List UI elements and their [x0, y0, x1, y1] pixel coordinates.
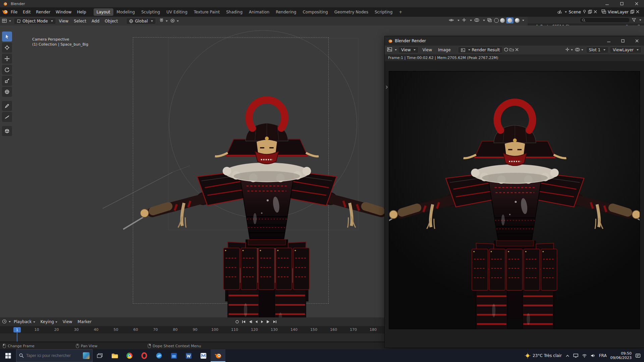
shading-wireframe-icon[interactable] — [494, 18, 499, 23]
image-editor-caret-icon[interactable] — [395, 49, 397, 51]
timeline-menu-playback[interactable]: Playback — [11, 319, 38, 324]
tray-monitor-icon[interactable] — [573, 354, 578, 358]
workspace-tab-geometry-nodes[interactable]: Geometry Nodes — [331, 8, 371, 16]
language-indicator[interactable]: FRA — [599, 353, 607, 358]
shading-caret-icon[interactable] — [522, 20, 524, 21]
mode-selector[interactable]: Object Mode — [14, 18, 56, 24]
gizmo-icon[interactable] — [462, 18, 466, 23]
taskbar-clock[interactable]: 09:50 09/06/2023 — [610, 351, 632, 360]
render-gizmo-caret-icon[interactable] — [571, 49, 573, 51]
photos-app-button[interactable] — [166, 349, 181, 362]
overlays-icon[interactable] — [474, 18, 479, 23]
jump-to-start-icon[interactable] — [241, 320, 246, 324]
render-minimize-button[interactable] — [602, 36, 616, 46]
annotate-tool[interactable] — [2, 101, 12, 111]
scene-browse-caret-icon[interactable] — [565, 11, 567, 13]
edge-button[interactable] — [152, 349, 166, 362]
overlays-caret-icon[interactable] — [483, 20, 485, 21]
select-box-tool[interactable] — [2, 32, 12, 42]
task-view-button[interactable] — [93, 349, 107, 362]
chrome-button[interactable] — [122, 349, 137, 362]
blender-logo-icon[interactable] — [2, 9, 8, 15]
workspace-tab-modeling[interactable]: Modeling — [114, 8, 138, 16]
taskbar-search[interactable] — [16, 349, 93, 362]
snap-magnet-icon[interactable] — [159, 18, 164, 24]
render-overlays-caret-icon[interactable] — [581, 49, 583, 51]
workspace-tab-uv-editing[interactable]: UV Editing — [163, 8, 191, 16]
render-maximize-button[interactable] — [616, 36, 630, 46]
transform-tool[interactable] — [2, 87, 12, 97]
timeline-menu-view[interactable]: View — [60, 319, 74, 324]
filter-caret-icon[interactable] — [639, 19, 641, 21]
new-viewlayer-icon[interactable] — [630, 10, 634, 15]
close-button[interactable] — [629, 0, 644, 7]
maximize-button[interactable] — [614, 0, 629, 7]
render-menu-view[interactable]: View — [420, 48, 434, 52]
filter-funnel-icon[interactable] — [632, 18, 636, 23]
object-visibility-icon[interactable] — [449, 18, 454, 23]
render-result-window[interactable]: Blender Render View View Image Render Re… — [385, 36, 644, 348]
pin-icon[interactable] — [583, 10, 586, 15]
scene-icon[interactable] — [557, 9, 562, 15]
opera-button[interactable] — [137, 349, 152, 362]
display-mode-selector[interactable]: View — [398, 47, 419, 53]
region-expander-icon[interactable] — [385, 85, 388, 90]
snap-caret-icon[interactable] — [166, 20, 168, 22]
image-editor-icon[interactable] — [387, 47, 392, 53]
add-cube-tool[interactable] — [2, 126, 12, 136]
file-explorer-button[interactable] — [107, 349, 122, 362]
viewport-menu-object[interactable]: Object — [102, 19, 120, 23]
play-reverse-icon[interactable] — [254, 320, 258, 324]
proportional-edit-icon[interactable] — [170, 18, 175, 24]
viewport-menu-add[interactable]: Add — [89, 19, 102, 23]
speaker-icon[interactable] — [591, 354, 595, 358]
shading-material-active[interactable] — [506, 17, 514, 23]
shading-rendered-icon[interactable] — [515, 18, 520, 23]
outliner-search[interactable] — [580, 17, 630, 23]
xray-toggle-icon[interactable] — [487, 18, 492, 23]
workspace-tab-animation[interactable]: Animation — [246, 8, 272, 16]
menu-edit[interactable]: Edit — [20, 10, 33, 14]
render-slot-selector[interactable]: Slot 1 — [586, 47, 608, 53]
open-image-folder-icon[interactable] — [509, 48, 514, 52]
visibility-caret-icon[interactable] — [458, 20, 460, 21]
proportional-caret-icon[interactable] — [177, 20, 179, 22]
workspace-tab-sculpting[interactable]: Sculpting — [138, 8, 163, 16]
jump-to-end-icon[interactable] — [273, 320, 277, 324]
prev-keyframe-icon[interactable] — [248, 320, 252, 324]
weather-widget[interactable]: 23°C Très clair — [525, 353, 562, 359]
render-window-titlebar[interactable]: Blender Render — [385, 36, 644, 46]
render-close-button[interactable] — [630, 36, 644, 46]
word-button[interactable] — [181, 349, 196, 362]
editor-type-caret-icon[interactable] — [9, 20, 11, 22]
workspace-tab-compositing[interactable]: Compositing — [300, 8, 331, 16]
search-highlights-icon[interactable] — [83, 352, 90, 359]
new-scene-icon[interactable] — [588, 10, 592, 15]
shading-solid-icon[interactable] — [500, 18, 505, 23]
render-layer-selector[interactable]: ViewLayer — [610, 47, 642, 53]
outliner-search-input[interactable] — [587, 18, 624, 22]
menu-window[interactable]: Window — [53, 10, 74, 14]
gizmo-caret-icon[interactable] — [470, 20, 472, 21]
current-frame-indicator[interactable]: 1 — [13, 327, 21, 333]
wifi-icon[interactable] — [582, 354, 587, 358]
menu-render[interactable]: Render — [33, 10, 53, 14]
transform-orientation-selector[interactable]: Global — [126, 18, 156, 24]
timeline-editor-caret-icon[interactable] — [9, 321, 11, 322]
workspace-tab-scripting[interactable]: Scripting — [372, 8, 395, 16]
play-icon[interactable] — [260, 320, 264, 324]
workspace-tab-layout[interactable]: Layout — [94, 8, 113, 16]
workspace-tab-rendering[interactable]: Rendering — [273, 8, 299, 16]
m-app-button[interactable] — [196, 349, 211, 362]
start-button[interactable] — [0, 349, 16, 362]
viewlayer-name[interactable]: ViewLayer — [608, 10, 629, 14]
scale-tool[interactable] — [2, 76, 12, 86]
render-overlays-icon[interactable] — [575, 48, 580, 53]
move-tool[interactable] — [2, 54, 12, 64]
timeline-editor-icon[interactable] — [2, 319, 7, 325]
render-result-image[interactable] — [389, 71, 640, 329]
tray-expand-chevron-icon[interactable] — [566, 354, 570, 357]
blender-taskbar-button[interactable] — [211, 349, 225, 362]
workspace-tab-texture-paint[interactable]: Texture Paint — [191, 8, 223, 16]
render-gizmo-icon[interactable] — [565, 47, 570, 53]
